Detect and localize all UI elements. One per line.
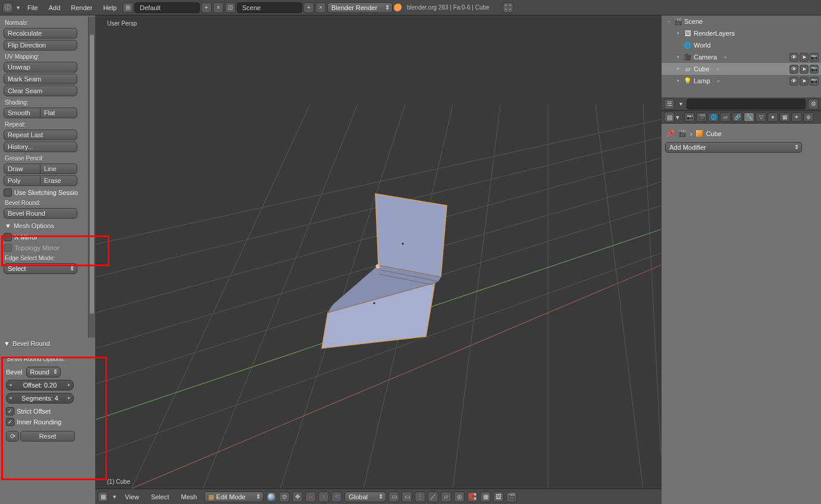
- render-engine-select[interactable]: Blender Render: [327, 2, 393, 13]
- segments-field[interactable]: Segments: 4: [6, 393, 74, 404]
- strict-offset-check[interactable]: Strict Offset: [6, 406, 90, 417]
- tab-material[interactable]: ●: [767, 112, 778, 122]
- fullscreen-icon[interactable]: ⛶: [503, 2, 513, 13]
- selectable-icon[interactable]: ➤: [800, 65, 809, 74]
- outliner-item-world[interactable]: 🌐 World: [662, 39, 821, 51]
- renderable-icon[interactable]: 📷: [810, 77, 819, 86]
- axis-z-icon[interactable]: ⟲: [331, 492, 342, 502]
- topology-mirror-check[interactable]: Topology Mirror: [4, 242, 93, 253]
- manipulator-icon[interactable]: ✥: [292, 492, 303, 502]
- data-link-icon[interactable]: ▫: [720, 52, 730, 62]
- viewport-menu-mesh[interactable]: Mesh: [176, 492, 202, 502]
- visibility-icon[interactable]: 👁: [789, 65, 798, 74]
- clear-seam-button[interactable]: Clear Seam: [4, 86, 77, 96]
- outliner-item-scene[interactable]: - 🎬 Scene: [662, 15, 821, 27]
- smooth-button[interactable]: Smooth: [4, 108, 40, 118]
- scene-field[interactable]: Scene: [237, 2, 302, 13]
- reset-button[interactable]: Reset: [20, 431, 75, 442]
- chevron-down-icon[interactable]: ▾: [14, 2, 21, 13]
- info-editor-icon[interactable]: ⓘ: [2, 2, 13, 13]
- tab-modifiers[interactable]: 🔧: [744, 112, 754, 122]
- screen-layout-field[interactable]: Default: [134, 2, 200, 13]
- chevron-down-icon[interactable]: ▾: [676, 114, 683, 121]
- chevron-down-icon[interactable]: ▾: [111, 492, 118, 502]
- offset-field[interactable]: Offset: 0.20: [6, 380, 74, 390]
- inner-rounding-check[interactable]: Inner Rounding: [6, 417, 90, 427]
- remove-scene-icon[interactable]: ×: [315, 2, 326, 13]
- repeat-last-button[interactable]: Repeat Last: [4, 130, 77, 140]
- outliner-item-lamp[interactable]: + 💡 Lamp ▫ 👁➤📷: [662, 75, 821, 87]
- sketch-session-check[interactable]: Use Sketching Sessio: [4, 187, 93, 198]
- tab-object[interactable]: ▱: [720, 112, 731, 122]
- outliner-editor-icon[interactable]: ☰: [664, 99, 675, 109]
- tab-render[interactable]: 📷: [684, 112, 695, 122]
- tree-toggle-icon[interactable]: -: [665, 18, 672, 24]
- outliner-filter-icon[interactable]: ⚙: [808, 99, 819, 109]
- snap-target-icon[interactable]: ▦: [480, 492, 491, 502]
- orientation-select[interactable]: Global: [344, 492, 386, 502]
- grease-poly-button[interactable]: Poly: [4, 175, 40, 186]
- viewport-menu-select[interactable]: Select: [146, 492, 174, 502]
- tree-toggle-icon[interactable]: +: [675, 66, 682, 72]
- menu-file[interactable]: File: [23, 3, 43, 12]
- selectable-icon[interactable]: ➤: [800, 77, 809, 86]
- menu-add[interactable]: Add: [44, 3, 65, 12]
- bevel-mode-select[interactable]: Round: [26, 367, 61, 377]
- clapper-icon[interactable]: 🎬: [506, 492, 517, 502]
- layers-icon[interactable]: ▭: [402, 492, 412, 502]
- tree-toggle-icon[interactable]: +: [675, 78, 682, 84]
- data-link-icon[interactable]: ▫: [714, 76, 723, 86]
- outliner-item-camera[interactable]: + 🎥 Camera ▫ 👁➤📷: [662, 51, 821, 63]
- shading-sphere-icon[interactable]: [266, 492, 277, 502]
- render-preview-icon[interactable]: 🖼: [493, 492, 504, 502]
- axis-x-icon[interactable]: ↔: [305, 492, 316, 502]
- add-scene-icon[interactable]: +: [303, 2, 314, 13]
- menu-help[interactable]: Help: [98, 3, 121, 12]
- flat-button[interactable]: Flat: [40, 108, 77, 118]
- editor-type-icon[interactable]: ▦: [98, 492, 108, 502]
- flip-direction-button[interactable]: Flip Direction: [4, 40, 77, 51]
- history-button[interactable]: History...: [4, 141, 77, 152]
- mesh-options-header[interactable]: ▼Mesh Options: [4, 220, 93, 232]
- visibility-icon[interactable]: 👁: [789, 77, 798, 86]
- pivot-icon[interactable]: ⊙: [279, 492, 290, 502]
- renderable-icon[interactable]: 📷: [810, 53, 819, 62]
- axis-y-icon[interactable]: ↕: [318, 492, 329, 502]
- viewport-menu-view[interactable]: View: [120, 492, 144, 502]
- reset-icon-button[interactable]: ⟳: [6, 431, 19, 442]
- tab-constraints[interactable]: 🔗: [732, 112, 742, 122]
- tab-physics[interactable]: ⊕: [803, 112, 814, 122]
- add-layout-icon[interactable]: +: [201, 2, 212, 13]
- grease-erase-button[interactable]: Erase: [40, 175, 77, 186]
- select-edge-icon[interactable]: ／: [428, 492, 438, 502]
- tree-toggle-icon[interactable]: +: [675, 30, 682, 36]
- bevel-round-button[interactable]: Bevel Round: [4, 208, 77, 219]
- selectable-icon[interactable]: ➤: [800, 53, 809, 62]
- layers-icon[interactable]: ▭: [388, 492, 399, 502]
- mode-select[interactable]: ▦ Edit Mode: [204, 492, 264, 502]
- renderable-icon[interactable]: 📷: [810, 65, 819, 74]
- edge-select-mode-select[interactable]: Select: [4, 263, 77, 274]
- remove-layout-icon[interactable]: ×: [213, 2, 224, 13]
- screen-layout-icon[interactable]: ⊞: [123, 2, 133, 13]
- recalculate-button[interactable]: Recalculate: [4, 28, 77, 39]
- select-vertex-icon[interactable]: ⋮: [415, 492, 425, 502]
- 3d-viewport[interactable]: User Persp: [95, 15, 662, 489]
- tab-data[interactable]: ▽: [756, 112, 766, 122]
- grease-line-button[interactable]: Line: [40, 163, 77, 174]
- visibility-icon[interactable]: 👁: [789, 53, 798, 62]
- scene-browse-icon[interactable]: ⊡: [225, 2, 236, 13]
- proportional-icon[interactable]: ◎: [454, 492, 465, 502]
- snap-icon[interactable]: 🧲: [467, 492, 478, 502]
- mark-seam-button[interactable]: Mark Seam: [4, 74, 77, 84]
- select-face-icon[interactable]: ▱: [441, 492, 452, 502]
- add-modifier-select[interactable]: Add Modifier: [665, 142, 802, 153]
- x-mirror-check[interactable]: X Mirror: [4, 232, 93, 242]
- unwrap-button[interactable]: Unwrap: [4, 62, 77, 73]
- tab-particles[interactable]: ✦: [791, 112, 802, 122]
- tool-scrollbar[interactable]: [88, 17, 95, 338]
- menu-render[interactable]: Render: [66, 3, 97, 12]
- tab-scene[interactable]: 🎬: [696, 112, 707, 122]
- outliner-search-input[interactable]: [687, 99, 806, 109]
- properties-editor-icon[interactable]: ▤: [664, 112, 675, 122]
